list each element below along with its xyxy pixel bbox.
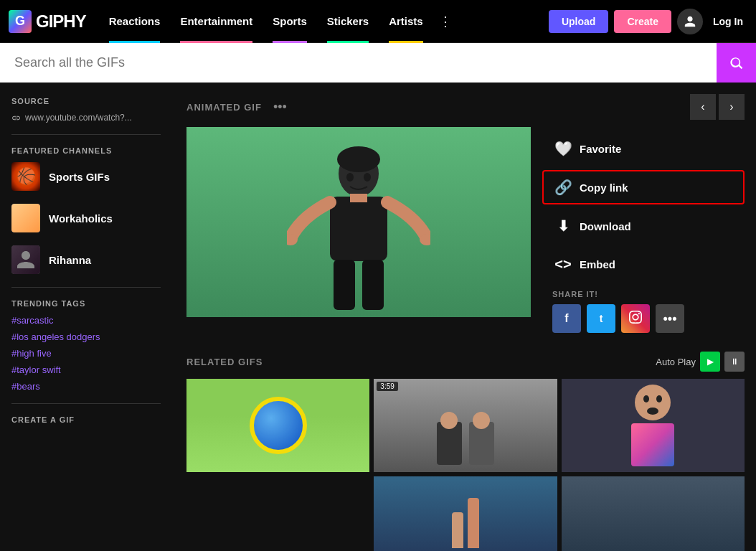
share-label: SHARE IT! xyxy=(552,290,734,298)
create-button[interactable]: Create xyxy=(614,10,671,33)
favorite-icon: 🤍 xyxy=(554,140,572,157)
source-url: www.youtube.com/watch?... xyxy=(25,113,132,123)
tag-la-dodgers[interactable]: #los angeles dodgers xyxy=(11,331,161,342)
gif-options-dots[interactable]: ••• xyxy=(273,100,287,115)
sidebar: SOURCE www.youtube.com/watch?... FEATURE… xyxy=(0,83,172,551)
divider-1 xyxy=(11,134,161,135)
channel-rihanna[interactable]: Rihanna xyxy=(11,245,161,274)
svg-point-13 xyxy=(473,412,490,429)
more-icon: ••• xyxy=(663,311,677,326)
copy-link-icon: 🔗 xyxy=(554,179,572,196)
autoplay-controls: Auto Play ▶ ⏸ xyxy=(656,352,745,372)
svg-point-6 xyxy=(364,173,371,182)
gif-display xyxy=(186,127,531,317)
svg-rect-7 xyxy=(350,194,367,202)
tag-bears[interactable]: #bears xyxy=(11,381,161,392)
channel-workaholics-thumb xyxy=(11,204,40,232)
related-gif-3[interactable] xyxy=(562,379,745,472)
channel-sports[interactable]: 🏀 Sports GIFs xyxy=(11,162,161,191)
favorite-label: Favorite xyxy=(580,143,621,155)
share-more-button[interactable]: ••• xyxy=(656,304,684,333)
channel-sports-name: Sports GIFs xyxy=(49,171,110,183)
search-icon xyxy=(729,55,745,71)
main-nav: Reactions Entertainment Sports Stickers … xyxy=(99,0,549,43)
channel-rihanna-thumb xyxy=(11,245,40,274)
tag-high-five[interactable]: #high five xyxy=(11,348,161,359)
header: G GIPHY Reactions Entertainment Sports S… xyxy=(0,0,756,43)
nav-arrows: ‹ › xyxy=(690,94,745,120)
upload-button[interactable]: Upload xyxy=(549,10,608,33)
channel-workaholics[interactable]: Workaholics xyxy=(11,204,161,232)
header-actions: Upload Create Log In xyxy=(549,9,747,34)
gif-section-label: ANIMATED GIF xyxy=(186,102,262,113)
channel-rihanna-name: Rihanna xyxy=(49,254,91,266)
nav-artists[interactable]: Artists xyxy=(379,0,433,43)
related-gif-4[interactable] xyxy=(186,476,369,551)
copy-link-label: Copy link xyxy=(580,182,628,194)
share-instagram-button[interactable] xyxy=(621,304,650,333)
nav-more-dots[interactable]: ⋮ xyxy=(433,0,458,43)
actions-panel: 🤍 Favorite 🔗 Copy link ⬇ Download <> Emb… xyxy=(542,127,745,337)
link-icon xyxy=(11,113,21,123)
source-link[interactable]: www.youtube.com/watch?... xyxy=(11,113,161,123)
main-layout: SOURCE www.youtube.com/watch?... FEATURE… xyxy=(0,83,756,551)
related-gif-grid: 3:59 xyxy=(186,379,745,551)
share-twitter-button[interactable]: t xyxy=(587,304,615,333)
autoplay-play-button[interactable]: ▶ xyxy=(700,352,720,372)
content-area: ANIMATED GIF ••• ‹ › xyxy=(172,83,756,551)
user-icon[interactable] xyxy=(677,9,703,34)
nav-stickers[interactable]: Stickers xyxy=(317,0,379,43)
download-button[interactable]: ⬇ Download xyxy=(542,209,745,243)
arrow-next[interactable]: › xyxy=(719,94,745,120)
related-gif-5[interactable] xyxy=(374,476,557,551)
related-label: RELATED GIFS xyxy=(186,357,263,367)
favorite-button[interactable]: 🤍 Favorite xyxy=(542,131,745,166)
share-facebook-button[interactable]: f xyxy=(552,304,581,333)
related-section: RELATED GIFS Auto Play ▶ ⏸ 3:59 xyxy=(186,352,745,551)
tag-taylor-swift[interactable]: #taylor swift xyxy=(11,364,161,375)
search-bar xyxy=(0,43,756,83)
gif-actions-row: 🤍 Favorite 🔗 Copy link ⬇ Download <> Emb… xyxy=(186,127,745,337)
nav-reactions[interactable]: Reactions xyxy=(99,0,171,43)
copy-link-button[interactable]: 🔗 Copy link xyxy=(542,170,745,204)
autoplay-text: Auto Play xyxy=(656,357,696,367)
instagram-icon xyxy=(629,311,642,327)
search-input[interactable] xyxy=(0,43,717,83)
divider-3 xyxy=(11,403,161,404)
create-gif-title: CREATE A GIF xyxy=(11,415,161,424)
nav-entertainment[interactable]: Entertainment xyxy=(170,0,263,43)
logo[interactable]: G GIPHY xyxy=(9,10,86,33)
arrow-prev[interactable]: ‹ xyxy=(690,94,716,120)
search-button[interactable] xyxy=(717,43,756,83)
related-gif-6[interactable] xyxy=(562,476,745,551)
related-header: RELATED GIFS Auto Play ▶ ⏸ xyxy=(186,352,745,372)
svg-rect-3 xyxy=(334,260,355,310)
gif-green-screen xyxy=(186,127,531,317)
source-title: SOURCE xyxy=(11,97,161,105)
logo-icon: G xyxy=(9,10,32,33)
gif-header: ANIMATED GIF ••• ‹ › xyxy=(186,94,745,120)
tag-sarcastic[interactable]: #sarcastic xyxy=(11,315,161,326)
embed-button[interactable]: <> Embed xyxy=(542,248,745,281)
login-button[interactable]: Log In xyxy=(709,16,747,27)
svg-point-12 xyxy=(440,412,458,429)
twitter-icon: t xyxy=(600,313,603,324)
download-label: Download xyxy=(580,220,631,232)
related-gif-2[interactable]: 3:59 xyxy=(374,379,557,472)
svg-point-1 xyxy=(337,146,380,172)
logo-text: GIPHY xyxy=(36,11,86,32)
download-icon: ⬇ xyxy=(554,217,572,235)
channel-sports-thumb: 🏀 xyxy=(11,162,40,191)
svg-rect-4 xyxy=(362,260,384,310)
divider-2 xyxy=(11,287,161,288)
related-gif-1[interactable] xyxy=(186,379,369,472)
autoplay-pause-button[interactable]: ⏸ xyxy=(724,352,745,372)
nav-sports[interactable]: Sports xyxy=(263,0,317,43)
svg-point-5 xyxy=(346,173,354,182)
featured-channels-title: FEATURED CHANNELS xyxy=(11,146,161,155)
svg-rect-2 xyxy=(330,197,387,261)
embed-icon: <> xyxy=(554,256,572,273)
share-buttons: f t ••• xyxy=(542,304,745,333)
facebook-icon: f xyxy=(564,312,568,325)
channel-workaholics-name: Workaholics xyxy=(49,212,113,225)
